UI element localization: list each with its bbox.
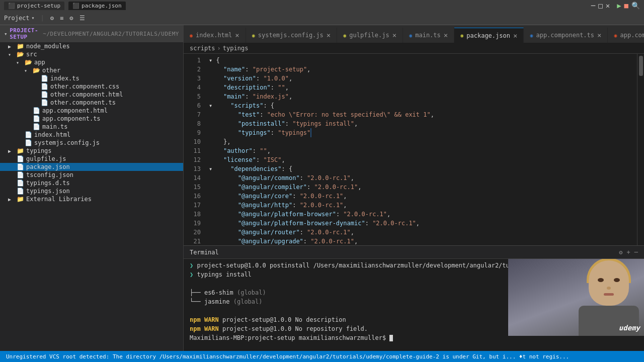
file-ts-icon: 📄 [40,75,48,82]
sidebar-item-typings-json[interactable]: ▶ 📄 typings.json [0,187,183,195]
sidebar-item-gulpfile[interactable]: ▶ 📄 gulpfile.js [0,155,183,163]
run-config-icon[interactable]: ☰ [79,15,85,22]
tab-close-btn[interactable]: × [444,32,448,39]
file-css-icon: 📄 [40,83,48,90]
code-line: "postinstall": "typings install", [209,119,637,128]
close-btn[interactable]: ✕ [606,2,610,10]
file-ts-icon: 📄 [40,99,48,106]
sidebar-item-other-html[interactable]: ▶ 📄 other.component.html [0,90,183,99]
code-editor[interactable]: 12345 678910 1112131415 1617181920 21 ▾ … [184,54,644,245]
sidebar-item-index-ts[interactable]: ▶ 📄 index.ts [0,74,183,82]
sidebar-item-src[interactable]: ▾ 📂 src [0,50,183,58]
tab-app-component-html[interactable]: ◉ app.component.html × [608,28,644,43]
terminal-minimize-icon[interactable]: ─ [634,249,638,256]
terminal-prompt-icon: ❯ [190,262,193,269]
main-area: ▾ project-setup ~/development/angular2/t… [0,25,644,351]
webcam-person: udemy [508,259,644,336]
tab-label: index.html [196,32,232,39]
item-label: main.ts [42,123,68,130]
title-tab-package-json[interactable]: ⬛ package.json [68,2,125,10]
sidebar-item-package-json[interactable]: ▶ 📄 package.json [0,163,183,171]
folder-icon: 📂 [24,59,32,66]
terminal-body[interactable]: ❯ project-setup@1.0.0 postinstall /Users… [184,259,644,351]
item-label: index.ts [50,75,79,82]
settings-icon[interactable]: ⚙ [50,15,54,22]
sidebar-item-external-libraries[interactable]: ▶ 📁 External Libraries [0,195,183,203]
tab-close-btn[interactable]: × [327,32,331,39]
tab-close-btn[interactable]: × [513,32,517,39]
sidebar-item-typings[interactable]: ▶ 📁 typings [0,147,183,155]
code-line: "author": "", [209,146,637,155]
sidebar-item-systemjs[interactable]: ▶ 📄 systemjs.config.js [0,139,183,147]
tab-close-btn[interactable]: × [597,32,601,39]
terminal-actions: ⚙ + ─ [619,249,638,256]
terminal-plus-icon[interactable]: + [627,249,630,256]
title-project-name: project-setup [17,3,60,9]
tab-label: package.json [466,32,510,39]
tab-index-html[interactable]: ◉ index.html × [184,28,246,43]
expand-arrow: ▶ [8,197,16,202]
item-label: src [26,51,37,58]
file-html-icon: 📄 [40,91,48,98]
sidebar-item-other-css[interactable]: ▶ 📄 other.component.css [0,82,183,90]
sidebar-item-app-component-ts[interactable]: ▶ 📄 app.component.ts [0,115,183,123]
line-numbers: 12345 678910 1112131415 1617181920 21 [184,54,205,245]
sidebar-item-app[interactable]: ▾ 📂 app [0,58,183,66]
terminal-package-scope: (global) [237,289,266,296]
file-json-icon: 📄 [16,171,24,178]
sidebar: ▾ project-setup ~/development/angular2/t… [0,25,184,351]
file-js-icon: 📄 [16,155,24,162]
code-content[interactable]: ▾ { "name": "project-setup", "version": … [205,54,637,245]
run-btn[interactable]: ▶ [617,2,621,10]
sidebar-item-typings-dts[interactable]: ▶ 📄 typings.d.ts [0,179,183,187]
tab-close-btn[interactable]: × [235,32,239,39]
file-json-icon: 📄 [16,188,24,195]
build-icon[interactable]: ⚙ [69,15,73,22]
title-tab-project-setup[interactable]: ⬛ project-setup [4,2,64,10]
tab-close-btn[interactable]: × [392,32,396,39]
code-line: "typings": "typings" [209,128,637,137]
tab-main-ts[interactable]: ◉ main.ts × [403,28,454,43]
status-vcs-message[interactable]: Unregistered VCS root detected: The dire… [6,353,569,360]
tab-file-icon: ◉ [409,33,412,38]
sidebar-item-index-html[interactable]: ▶ 📄 index.html [0,131,183,139]
terminal-settings-icon[interactable]: ⚙ [619,249,622,256]
tab-package-json[interactable]: ◉ package.json × [454,28,524,43]
terminal-package-name: jasmine [204,298,233,305]
sidebar-item-app-component-html[interactable]: ▶ 📄 app.component.html [0,107,183,115]
tab-systemjs[interactable]: ◉ systemjs.config.js × [246,28,338,43]
folder-icon: 📁 [16,196,24,203]
collapse-icon: ▾ [4,31,8,37]
sidebar-item-node-modules[interactable]: ▶ 📁 node_modules [0,42,183,50]
sidebar-item-main-ts[interactable]: ▶ 📄 main.ts [0,123,183,131]
sidebar-item-other-ts[interactable]: ▶ 📄 other.component.ts [0,99,183,107]
project-selector[interactable]: Project ▾ [4,15,35,22]
file-html-icon: 📄 [32,107,40,114]
project-dropdown-arrow[interactable]: ▾ [32,15,35,21]
file-ts-icon: 📄 [32,115,40,122]
toolbar-divider: | [41,15,44,22]
code-line: "main": "index.js", [209,92,637,101]
code-line: "@angular/compiler": "2.0.0-rc.1", [209,183,637,192]
project-root-name: project-setup [10,27,41,40]
breadcrumb-typings[interactable]: typings [223,45,249,52]
maximize-btn[interactable]: □ [598,2,602,10]
item-label: typings.d.ts [26,179,70,187]
minimize-btn[interactable]: ─ [591,2,595,10]
breadcrumb-scripts[interactable]: scripts [190,45,215,52]
sidebar-item-other[interactable]: ▾ 📂 other [0,66,183,74]
item-label: app.component.ts [42,115,101,122]
search-btn[interactable]: 🔍 [631,2,640,10]
sidebar-header[interactable]: ▾ project-setup ~/development/angular2/t… [0,25,183,42]
tab-gulpfile[interactable]: ◉ gulpfile.js × [337,28,403,43]
code-line: "description": "", [209,83,637,92]
npm-badge: npm [190,325,204,332]
sidebar-item-tsconfig[interactable]: ▶ 📄 tsconfig.json [0,171,183,179]
file-ts-icon: 📄 [32,123,40,130]
code-line: "version": "1.0.0", [209,74,637,83]
menu-icon[interactable]: ≡ [60,15,63,22]
stop-btn[interactable]: ■ [624,2,628,10]
scrollbar[interactable] [637,54,644,245]
tab-app-component-ts[interactable]: ◉ app.component.ts × [524,28,608,43]
code-line: ▾ { [209,56,637,65]
